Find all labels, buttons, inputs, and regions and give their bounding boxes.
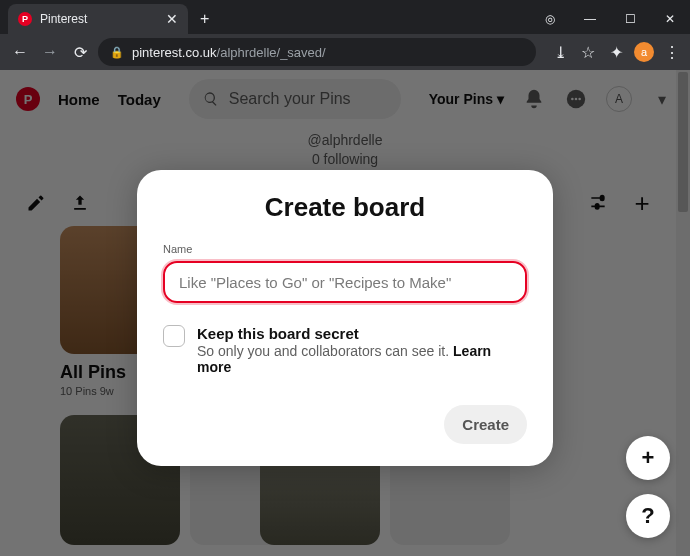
secret-checkbox[interactable] [163, 325, 185, 347]
extensions-icon[interactable]: ✦ [606, 42, 626, 62]
install-app-icon[interactable]: ⤓ [550, 42, 570, 62]
browser-titlebar: P Pinterest ✕ + ◎ — ☐ ✕ [0, 0, 690, 34]
tab-title: Pinterest [40, 12, 160, 26]
forward-button[interactable]: → [38, 40, 62, 64]
secret-title: Keep this board secret [197, 325, 527, 342]
bookmark-icon[interactable]: ☆ [578, 42, 598, 62]
secret-subtitle: So only you and collaborators can see it… [197, 343, 527, 375]
target-icon[interactable]: ◎ [530, 4, 570, 34]
name-label: Name [163, 243, 527, 255]
fab-add[interactable]: + [626, 436, 670, 480]
pinterest-favicon: P [18, 12, 32, 26]
board-name-input[interactable] [163, 261, 527, 303]
maximize-button[interactable]: ☐ [610, 4, 650, 34]
browser-toolbar: ← → ⟳ 🔒 pinterest.co.uk/alphrdelle/_save… [0, 34, 690, 70]
tab-close-button[interactable]: ✕ [166, 11, 178, 27]
url-text: pinterest.co.uk/alphrdelle/_saved/ [132, 45, 326, 60]
new-tab-button[interactable]: + [200, 10, 209, 28]
minimize-button[interactable]: — [570, 4, 610, 34]
browser-profile-avatar[interactable]: a [634, 42, 654, 62]
browser-tab[interactable]: P Pinterest ✕ [8, 4, 188, 34]
create-button[interactable]: Create [444, 405, 527, 444]
menu-icon[interactable]: ⋮ [662, 42, 682, 62]
create-board-modal: Create board Name Keep this board secret… [137, 170, 553, 466]
reload-button[interactable]: ⟳ [68, 40, 92, 64]
lock-icon: 🔒 [110, 46, 124, 59]
modal-title: Create board [163, 192, 527, 223]
fab-help[interactable]: ? [626, 494, 670, 538]
close-window-button[interactable]: ✕ [650, 4, 690, 34]
back-button[interactable]: ← [8, 40, 32, 64]
address-bar[interactable]: 🔒 pinterest.co.uk/alphrdelle/_saved/ [98, 38, 536, 66]
